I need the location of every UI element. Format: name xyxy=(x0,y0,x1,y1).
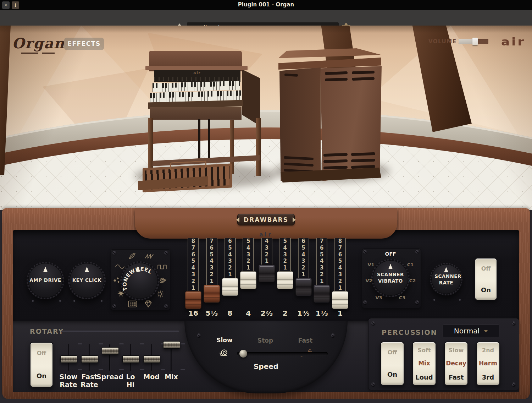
organ-nameplate: air xyxy=(154,71,240,75)
tonewheel-knob[interactable]: TONEWHEEL xyxy=(120,261,159,300)
vibrato-position-c2[interactable]: C2 xyxy=(402,278,423,283)
drawbar-scale-number: 3 xyxy=(225,258,235,265)
percussion-volume-switch-bot-label: Loud xyxy=(413,374,436,381)
key-click-knob[interactable]: KEY CLICK xyxy=(68,262,106,299)
drawbar-scale-number: 2 xyxy=(299,265,309,271)
window-title: Plugin 001 - Organ xyxy=(0,1,532,8)
knob-dot xyxy=(59,300,61,302)
vibrato-position-v3[interactable]: V3 xyxy=(368,295,389,300)
percussion-volume-switch[interactable]: SoftMixLoud xyxy=(412,342,436,386)
rotary-slider-3-handle[interactable] xyxy=(102,347,119,355)
speed-slider[interactable] xyxy=(237,352,328,356)
plugin-logo: Organ xyxy=(12,35,65,51)
rotary-slider-2-handle[interactable] xyxy=(81,355,98,363)
effects-button[interactable]: EFFECTS xyxy=(64,38,104,50)
vibrato-position-off[interactable]: OFF xyxy=(380,251,401,257)
drawbar-scale-number: 1 xyxy=(225,271,235,278)
speed-mark-fast[interactable]: Fast xyxy=(289,337,321,344)
rotary-slider-6-handle[interactable] xyxy=(163,341,180,349)
leslie-speaker-3d xyxy=(278,47,382,182)
drawbar-scale-number: 1 xyxy=(317,278,327,285)
drawbar-3-handle[interactable] xyxy=(222,278,238,296)
vibrato-position-v2[interactable]: V2 xyxy=(358,278,379,283)
screw-icon xyxy=(363,300,367,304)
speed-mark-slow[interactable]: Slow xyxy=(209,337,240,344)
percussion-harmonic-switch[interactable]: 2ndHarm3rd xyxy=(476,342,500,386)
drawbar-4-handle[interactable] xyxy=(240,271,256,289)
drawbar-1-handle[interactable] xyxy=(185,291,201,309)
tick-mark xyxy=(78,343,82,344)
drawbar-scale-number: 3 xyxy=(188,271,198,278)
drawbar-scale-number: 1 xyxy=(207,278,217,285)
leslie-front-face xyxy=(321,66,382,181)
svg-text:TONEWHEEL: TONEWHEEL xyxy=(122,266,153,291)
scanner-rate-label: SCANNER RATE xyxy=(434,273,458,286)
rotary-slider-4-handle[interactable] xyxy=(122,355,139,363)
drawbar-5-shaft: 4321 xyxy=(261,238,272,265)
vent-slot xyxy=(351,152,375,156)
percussion-mode-select[interactable]: Normal xyxy=(443,325,499,337)
drawbars-page-nav[interactable]: DRAWBARS xyxy=(237,214,295,225)
vibrato-power-switch[interactable]: OffOn xyxy=(475,258,497,300)
drawbar-9-handle[interactable] xyxy=(332,291,348,309)
drawbar-scale-number: 4 xyxy=(280,245,290,251)
drawbar-2-shaft: 7654321 xyxy=(206,238,217,285)
square-wave-icon xyxy=(157,263,167,271)
tick-mark xyxy=(140,369,144,370)
organ-body xyxy=(150,107,242,120)
drawbar-scale-number: 5 xyxy=(207,251,217,258)
rotary-power-switch[interactable]: OffOn xyxy=(30,342,53,387)
drawbar-scale-number: 3 xyxy=(243,251,253,258)
percussion-harmonic-switch-bot-label: 3rd xyxy=(477,374,499,381)
knob-pointer-icon xyxy=(85,267,89,272)
organ-upper-manual xyxy=(153,81,240,92)
speed-mark-stop[interactable]: Stop xyxy=(249,337,281,344)
speed-slider-handle[interactable] xyxy=(239,350,247,358)
rotary-slider-5-handle[interactable] xyxy=(143,355,160,363)
drawbar-scale-number: 2 xyxy=(262,251,272,258)
drawbar-5-handle[interactable] xyxy=(259,265,275,282)
drawbars-page-label: DRAWBARS xyxy=(244,216,288,223)
drawbar-scale-number: 7 xyxy=(317,238,327,245)
tick-mark xyxy=(181,343,185,344)
percussion-decay-switch[interactable]: SlowDecayFast xyxy=(444,342,468,386)
drawbar-scale-number: 6 xyxy=(188,251,198,258)
vibrato-position-v1[interactable]: V1 xyxy=(360,262,382,267)
percussion-power-switch[interactable]: OffOn xyxy=(380,342,404,386)
drawbar-8-handle[interactable] xyxy=(314,285,330,303)
screw-icon xyxy=(371,321,375,325)
rotary-slider-1-handle[interactable] xyxy=(60,355,77,363)
percussion-harmonic-switch-mid-label: Harm xyxy=(477,360,499,367)
drawbar-6-handle[interactable] xyxy=(277,271,293,289)
percussion-power-switch-top-label: Off xyxy=(381,349,404,356)
amp-drive-knob-face: AMP DRIVE xyxy=(28,263,63,298)
drawbar-6-shaft: 54321 xyxy=(279,238,291,271)
drawbar-7-handle[interactable] xyxy=(295,278,312,296)
amp-drive-knob[interactable]: AMP DRIVE xyxy=(27,262,64,299)
next-page-arrow-icon[interactable] xyxy=(293,217,296,222)
logo-underline xyxy=(21,53,38,54)
leslie-side-face xyxy=(279,67,321,181)
drawbar-scale-number: 3 xyxy=(317,265,327,271)
drawbar-scale-number: 6 xyxy=(207,245,217,251)
drawbar-scale-number: 6 xyxy=(335,251,345,258)
knob-dot xyxy=(433,299,435,301)
screw-icon xyxy=(112,251,116,255)
organ-side-panel xyxy=(242,69,260,126)
slider-label: Mix xyxy=(152,373,191,381)
dropdown-caret-icon xyxy=(484,330,488,332)
vibrato-position-c3[interactable]: C3 xyxy=(392,295,413,300)
vibrato-position-c1[interactable]: C1 xyxy=(400,262,421,267)
volume-slider-handle[interactable] xyxy=(472,38,478,45)
scanner-rate-knob-face: SCANNER RATE xyxy=(431,264,461,294)
feather-icon xyxy=(128,252,137,260)
scanner-rate-knob[interactable]: SCANNER RATE xyxy=(430,263,462,295)
drawbar-2-handle[interactable] xyxy=(204,285,220,303)
drawbar-scale-number: 3 xyxy=(280,251,290,258)
vibrato-power-switch-top-label: Off xyxy=(475,265,497,272)
speed-title: Speed xyxy=(245,362,287,371)
percussion-mode-value: Normal xyxy=(454,327,480,335)
knob-dot xyxy=(101,300,102,302)
prev-page-arrow-icon[interactable] xyxy=(236,217,239,222)
vent-slot xyxy=(323,153,348,157)
